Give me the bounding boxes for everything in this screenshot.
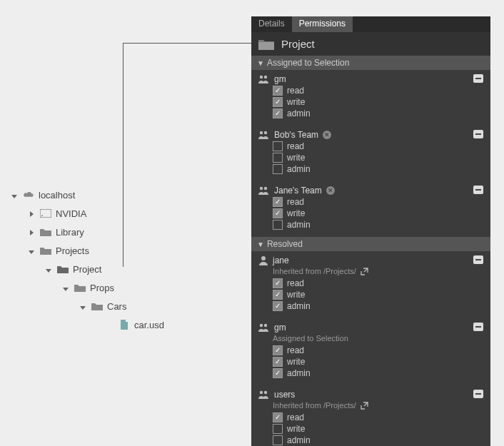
svg-point-2	[260, 76, 263, 78]
permission-group: gmreadwriteadmin	[251, 70, 490, 126]
checkbox-read[interactable]	[273, 278, 283, 288]
group-name: Bob's Team	[274, 130, 318, 140]
tree-label: Library	[56, 227, 84, 238]
perm-row: write	[273, 153, 483, 163]
tree-label: localhost	[39, 190, 75, 201]
perm-label: admin	[287, 164, 311, 174]
svg-point-3	[264, 76, 267, 78]
group-subtitle: Inherited from /Projects/	[273, 267, 483, 275]
perm-row: write	[273, 208, 483, 218]
checkbox-write[interactable]	[273, 290, 283, 300]
collapse-button[interactable]	[473, 390, 483, 398]
checkbox-write[interactable]	[273, 153, 283, 163]
checkbox-read[interactable]	[273, 345, 283, 355]
permission-group: Bob's Team✕readwriteadmin	[251, 126, 490, 181]
remove-button[interactable]: ✕	[326, 186, 335, 195]
tree-item[interactable]: Props	[10, 278, 164, 297]
tree-item[interactable]: Cars	[10, 297, 164, 315]
perm-row: read	[273, 141, 483, 151]
external-link-icon[interactable]	[361, 268, 368, 275]
perm-label: write	[287, 97, 305, 107]
group-icon	[258, 75, 270, 83]
expand-icon[interactable]	[61, 283, 70, 293]
tree-label: car.usd	[134, 320, 164, 330]
external-link-icon[interactable]	[361, 402, 368, 410]
folder-icon	[91, 300, 103, 312]
perm-row: admin	[273, 368, 483, 378]
permission-group: usersInherited from /Projects/readwritea…	[251, 385, 490, 446]
tree-label: Projects	[56, 245, 89, 256]
perm-label: write	[287, 357, 305, 367]
svg-point-4	[260, 131, 263, 134]
tab-permissions[interactable]: Permissions	[292, 16, 353, 32]
checkbox-admin[interactable]	[273, 435, 283, 445]
checkbox-write[interactable]	[273, 424, 283, 434]
svg-point-9	[260, 324, 263, 327]
perm-label: write	[287, 153, 305, 163]
group-name: jane	[273, 255, 289, 265]
svg-point-6	[260, 187, 263, 190]
checkbox-admin[interactable]	[273, 220, 283, 230]
perm-row: write	[273, 290, 483, 300]
collapse-button[interactable]	[473, 186, 483, 194]
group-subtitle: Assigned to Selection	[273, 334, 483, 343]
perm-label: read	[287, 86, 304, 96]
checkbox-write[interactable]	[273, 97, 283, 107]
svg-point-11	[260, 391, 263, 394]
group-name: gm	[274, 74, 286, 84]
tree-file[interactable]: car.usd	[10, 315, 164, 334]
checkbox-read[interactable]	[273, 141, 283, 151]
perm-label: admin	[287, 435, 311, 445]
connector-line	[123, 43, 252, 267]
group-name: gm	[274, 323, 286, 333]
perm-label: admin	[287, 220, 311, 230]
collapse-button[interactable]	[473, 323, 483, 331]
checkbox-admin[interactable]	[273, 108, 283, 118]
perm-row: admin	[273, 220, 483, 230]
permission-group: Jane's Team✕readwriteadmin	[251, 181, 490, 237]
svg-point-10	[264, 324, 267, 327]
perm-label: write	[287, 424, 305, 434]
permission-group: gmAssigned to Selectionreadwriteadmin	[251, 318, 490, 385]
svg-point-12	[264, 391, 267, 394]
expand-icon[interactable]	[27, 245, 36, 256]
perm-row: read	[273, 197, 483, 207]
svg-point-7	[264, 187, 267, 190]
user-icon	[258, 255, 268, 265]
checkbox-read[interactable]	[273, 197, 283, 207]
checkbox-write[interactable]	[273, 208, 283, 218]
group-icon	[258, 131, 270, 139]
perm-label: read	[287, 345, 304, 355]
checkbox-admin[interactable]	[273, 164, 283, 174]
perm-label: write	[287, 208, 305, 218]
tab-details[interactable]: Details	[251, 16, 292, 32]
perm-label: read	[287, 197, 304, 207]
expand-icon[interactable]	[27, 208, 36, 219]
checkbox-read[interactable]	[273, 86, 283, 96]
expand-icon[interactable]	[79, 301, 87, 312]
section-assigned[interactable]: ▼ Assigned to Selection	[251, 56, 490, 70]
remove-button[interactable]: ✕	[323, 131, 331, 139]
checkbox-admin[interactable]	[273, 368, 283, 378]
folder-icon	[57, 263, 69, 275]
expand-icon[interactable]	[44, 264, 53, 275]
group-name: Jane's Team	[274, 186, 322, 196]
perm-row: write	[273, 97, 483, 107]
group-icon	[258, 323, 270, 332]
collapse-button[interactable]	[473, 74, 483, 83]
perm-row: admin	[273, 301, 483, 311]
perm-row: read	[273, 412, 483, 422]
tree-label: Cars	[107, 301, 126, 312]
group-icon	[258, 390, 270, 399]
file-icon	[119, 319, 130, 330]
collapse-button[interactable]	[473, 130, 483, 138]
checkbox-write[interactable]	[273, 357, 283, 367]
expand-icon[interactable]	[10, 190, 19, 201]
checkbox-admin[interactable]	[273, 301, 283, 311]
panel-title: Project	[281, 38, 315, 50]
collapse-button[interactable]	[473, 255, 483, 264]
expand-icon[interactable]	[27, 227, 36, 238]
perm-label: admin	[287, 108, 311, 118]
checkbox-read[interactable]	[273, 412, 283, 422]
section-resolved[interactable]: ▼ Resolved	[251, 237, 490, 251]
